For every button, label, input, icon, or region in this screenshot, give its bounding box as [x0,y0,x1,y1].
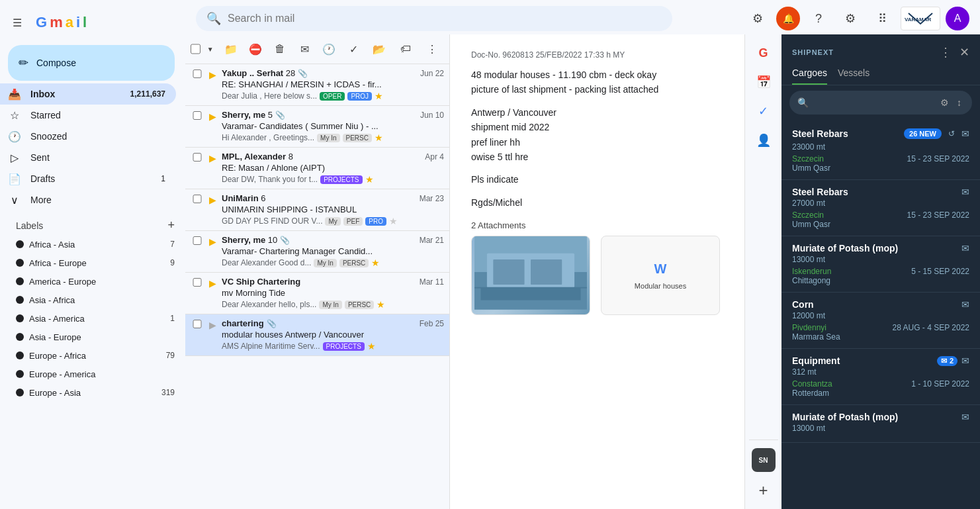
star-2[interactable]: ★ [375,132,383,143]
checkbox-dropdown-button[interactable]: ▼ [203,37,218,61]
label-asia-africa[interactable]: Asia - Africa [8,291,185,309]
add-task-button[interactable]: ✓ [343,37,365,61]
labels-button[interactable]: 🏷 [394,37,418,61]
cargo-item-1[interactable]: Steel Rebars 26 NEW ↺ ✉ 23000 mt Szczeci… [781,120,980,180]
email-row-2[interactable]: ▶ Sherry, me 5 📎 Jun 10 Varamar- Candida… [185,106,449,148]
cargo-amount-5: 312 mt [792,367,969,377]
email-row-5[interactable]: ▶ Sherry, me 10 📎 Mar 21 Varamar- Charte… [185,231,449,273]
email-checkbox-2[interactable] [191,111,204,120]
shipnext-panel: SHIPNEXT ⋮ ✕ Cargoes Vessels 🔍 ⚙ ↕ [781,34,980,509]
email-checkbox-1[interactable] [191,69,204,78]
star-5[interactable]: ★ [371,257,380,268]
tab-cargoes[interactable]: Cargoes [792,68,827,85]
gmail-mini-icon: G [758,46,768,60]
label-asia-america[interactable]: Asia - America 1 [8,309,185,328]
label-europe-africa[interactable]: Europe - Africa 79 [8,346,185,365]
attachment-doc-name: Modular houses [629,282,691,290]
nav-sent[interactable]: ▷ Sent [0,147,176,168]
label-europe-america[interactable]: Europe - America [8,365,185,383]
add-label-button[interactable]: + [167,218,175,232]
email-checkbox-4[interactable] [191,195,204,203]
cargo-item-3[interactable]: Muriate of Potash (mop) ✉ 13000 mt Isken… [781,236,980,293]
email-checkbox-7[interactable] [191,320,204,328]
star-6[interactable]: ★ [377,299,385,310]
snooze-button[interactable]: 🕐 [318,37,340,61]
email-row-4[interactable]: ▶ UniMarin 6 Mar 23 UNIMARIN SHIPPING - … [185,189,449,231]
email-checkbox-5[interactable] [191,236,204,245]
shipnext-brand: SHIPNEXT [792,48,834,56]
select-all-checkbox[interactable] [191,44,200,54]
move-to-button[interactable]: 📂 [367,37,391,61]
archive-button[interactable]: 📁 [220,37,242,61]
email-row-6[interactable]: ▶ VC Ship Chartering Mar 11 mv Morning T… [185,273,449,314]
delete-button[interactable]: 🗑 [269,37,291,61]
nav-starred[interactable]: ☆ Starred [0,105,176,126]
shipnext-filter-button[interactable]: ⚙ [938,95,952,111]
star-3[interactable]: ★ [365,174,374,185]
shipnext-close-button[interactable]: ✕ [957,42,972,62]
reply-arrow-4: ▶ [209,195,216,205]
gmail-app-icon-button[interactable]: G [750,40,777,66]
notification-button[interactable]: 🔔 [776,7,800,30]
attachment-document[interactable]: W Modular houses [601,236,720,315]
shipnext-mini-icon[interactable]: SN [752,448,776,472]
label-africa-europe[interactable]: Africa - Europe 9 [8,254,185,272]
shipnext-search-box[interactable]: 🔍 ⚙ ↕ [789,91,972,115]
cargo-dates-3: 5 - 15 SEP 2022 [911,267,969,276]
label-america-europe[interactable]: America - Europe [8,272,185,291]
email-body-line-2: Antwerp / Vancouvershipment mid 2022pref… [471,105,723,165]
shipnext-search-input[interactable] [814,98,932,108]
email-from-4: UniMarin 6 [222,193,265,203]
help-button[interactable]: ? [805,5,832,32]
refresh-button-1[interactable]: ↺ [946,126,958,141]
star-1[interactable]: ★ [375,91,383,101]
contacts-icon-button[interactable]: 👤 [750,127,777,154]
search-box[interactable]: 🔍 [196,6,672,31]
cargo-item-2[interactable]: Steel Rebars ✉ 27000 mt Szczecin 15 - 23… [781,180,980,236]
cargo-item-5[interactable]: Equipment ✉ 2 ✉ 312 mt Constantza 1 - 10… [781,349,980,405]
spam-button[interactable]: ⛔ [245,37,267,61]
cargo-item-4[interactable]: Corn ✉ 12000 mt Pivdennyi 28 AUG - 4 SEP… [781,293,980,349]
user-avatar[interactable]: A [946,7,969,30]
label-dot-europe-africa [16,351,24,359]
compose-label: Compose [36,58,76,68]
msg-badge-5: ✉ 2 [937,356,958,366]
email-row-3[interactable]: ▶ MPL, Alexander 8 Apr 4 RE: Masan / Ahl… [185,148,449,189]
cargo-actions-5: ✉ 2 ✉ [937,355,969,366]
cargo-amount-1: 23000 mt [792,142,969,152]
hamburger-button[interactable]: ☰ [5,11,29,34]
label-europe-asia[interactable]: Europe - Asia 319 [8,383,185,402]
star-7[interactable]: ★ [367,341,376,351]
nav-snoozed[interactable]: 🕐 Snoozed [0,126,176,147]
tasks-icon-button[interactable]: ✓ [750,98,777,124]
email-body: 48 modular houses - 11.190 cbm - deck ok… [471,68,723,210]
search-input[interactable] [228,13,662,24]
add-app-button[interactable]: + [750,477,777,504]
tab-vessels[interactable]: Vessels [838,68,869,85]
nav-drafts[interactable]: 📄 Drafts 1 [0,168,176,189]
attachment-photo[interactable] [471,236,590,315]
shipnext-sort-button[interactable]: ↕ [954,95,964,111]
more-actions-button[interactable]: ⋮ [420,37,444,61]
cargo-dest-1: Umm Qasr [792,163,969,173]
shipnext-more-button[interactable]: ⋮ [937,42,954,62]
settings-button[interactable]: ⚙ [837,5,864,32]
nav-inbox[interactable]: 📥 Inbox 1,211,637 [0,83,176,105]
email-checkbox-3[interactable] [191,153,204,162]
filter-icon-button[interactable]: ⚙ [744,5,771,32]
cargo-item-6[interactable]: Muriate of Potash (mop) ✉ 13000 mt [781,405,980,443]
email-row-7[interactable]: ▶ chartering 📎 Feb 25 modular houses Ant… [185,314,449,356]
apps-button[interactable]: ⠿ [869,5,895,32]
cargo-name-4: Corn [792,299,814,310]
email-meta-7: chartering 📎 Feb 25 [222,318,444,328]
star-4[interactable]: ★ [389,216,398,226]
label-asia-europe[interactable]: Asia - Europe [8,328,185,346]
email-checkbox-6[interactable] [191,278,204,287]
nav-more[interactable]: ∨ More [0,189,176,210]
compose-button[interactable]: ✏ Compose [8,45,175,81]
mark-unread-button[interactable]: ✉ [294,37,316,61]
email-row[interactable]: ▶ Yakup .. Serhat 28 📎 Jun 22 RE: SHANGH… [185,64,449,106]
label-africa-asia[interactable]: Africa - Asia 7 [8,235,185,254]
calendar-icon-button[interactable]: 📅 [750,69,777,95]
cargo-header-2: Steel Rebars ✉ [792,187,969,197]
